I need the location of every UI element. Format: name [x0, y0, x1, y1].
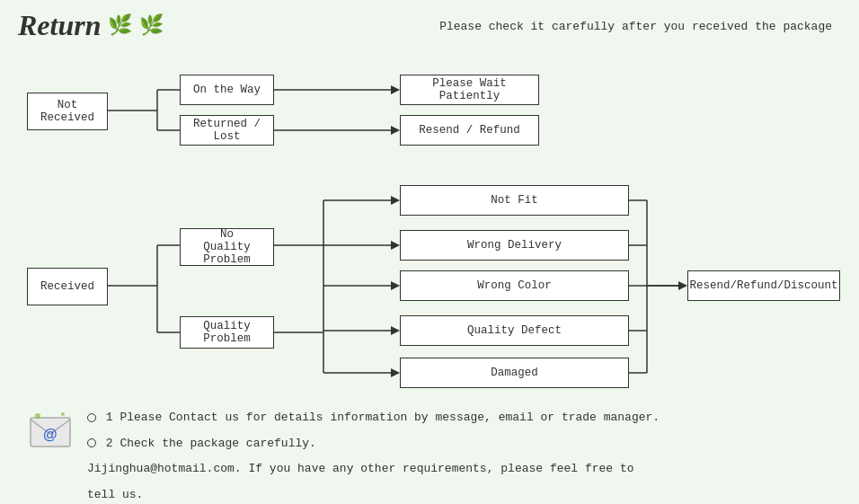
email-line1: Jijinghua@hotmail.com. If you have any o… [87, 458, 660, 481]
not-received-box: Not Received [27, 93, 108, 130]
resend-refund-top-box: Resend / Refund [400, 115, 539, 146]
contact-item2: 2 Check the package carefully. [87, 433, 660, 455]
header-note: Please check it carefully after you rece… [439, 20, 841, 33]
quality-problem-box: Quality Problem [180, 316, 274, 349]
damaged-box: Damaged [400, 358, 629, 388]
bullet1 [87, 413, 96, 422]
resend-refund-discount-box: Resend/Refund/Discount [687, 270, 840, 301]
svg-marker-16 [391, 196, 400, 205]
svg-marker-20 [391, 281, 400, 290]
on-the-way-box: On the Way [180, 75, 274, 105]
svg-point-36 [61, 412, 65, 416]
title-area: Return 🌿 🌿 [18, 9, 164, 42]
svg-marker-22 [391, 326, 400, 335]
not-fit-box: Not Fit [400, 185, 629, 216]
wrong-delivery-box: Wrong Delivery [400, 230, 629, 261]
svg-point-35 [35, 413, 40, 419]
svg-text:@: @ [43, 427, 58, 442]
page-title: Return [18, 9, 101, 42]
bullet2 [87, 438, 96, 447]
svg-marker-7 [391, 126, 400, 135]
wrong-color-box: Wrong Color [400, 270, 629, 301]
mail-icon: @ [27, 407, 74, 454]
bottom-text: 1 Please Contact us for details informat… [87, 407, 660, 504]
flowchart: Not Received On the Way Returned / Lost … [18, 49, 859, 400]
quality-defect-box: Quality Defect [400, 315, 629, 346]
no-quality-problem-box: No Quality Problem [180, 228, 274, 266]
header: Return 🌿 🌿 Please check it carefully aft… [18, 9, 841, 42]
contact-item1: 1 Please Contact us for details informat… [87, 407, 660, 429]
please-wait-box: Please Wait Patiently [400, 75, 539, 105]
leaf-icon-right: 🌿 [139, 13, 164, 38]
svg-marker-24 [391, 368, 400, 377]
returned-lost-box: Returned / Lost [180, 115, 274, 146]
leaf-icon-left: 🌿 [108, 13, 132, 38]
page: Return 🌿 🌿 Please check it carefully aft… [0, 0, 859, 504]
svg-marker-5 [391, 85, 400, 94]
received-box: Received [27, 268, 108, 305]
bottom-section: @ 1 Please Contact us for details inform… [18, 407, 841, 504]
svg-marker-18 [391, 241, 400, 250]
svg-marker-26 [678, 281, 687, 290]
email-line2: tell us. [87, 484, 660, 504]
